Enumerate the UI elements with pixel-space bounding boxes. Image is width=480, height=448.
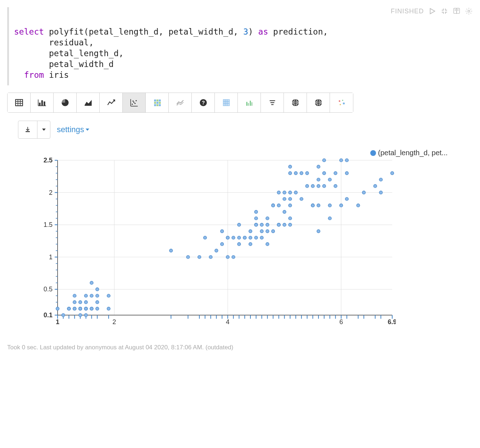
viz-globe2-icon[interactable] (307, 93, 330, 112)
svg-point-222 (277, 191, 280, 194)
svg-point-247 (317, 165, 320, 169)
svg-rect-34 (223, 100, 229, 106)
svg-point-165 (79, 307, 82, 310)
download-button[interactable] (18, 121, 37, 138)
svg-point-251 (328, 217, 331, 220)
run-icon[interactable] (428, 7, 436, 15)
svg-point-245 (317, 185, 320, 188)
chart-legend[interactable]: (petal_length_d, pet... (370, 149, 448, 157)
svg-point-178 (96, 301, 99, 304)
viz-text-icon[interactable] (261, 93, 284, 112)
svg-point-242 (311, 185, 314, 188)
viz-help-icon[interactable]: ? (192, 93, 215, 112)
svg-rect-39 (246, 102, 247, 106)
viz-bubble-icon[interactable] (330, 93, 353, 112)
svg-rect-31 (159, 104, 160, 106)
download-dropdown[interactable] (37, 121, 50, 138)
viz-line-icon[interactable] (100, 93, 123, 112)
svg-point-188 (215, 249, 218, 252)
book-icon[interactable] (453, 7, 461, 15)
svg-point-214 (266, 223, 269, 227)
svg-point-170 (84, 307, 87, 310)
svg-point-57 (340, 104, 341, 106)
viz-grid-icon[interactable] (215, 93, 238, 112)
svg-point-254 (334, 185, 337, 188)
svg-point-252 (328, 204, 331, 207)
svg-point-56 (343, 103, 345, 104)
svg-point-196 (237, 243, 241, 246)
svg-point-189 (221, 243, 224, 246)
svg-point-175 (90, 294, 93, 297)
svg-point-211 (260, 223, 263, 227)
scatter-chart: (petal_length_d, pet... 0.10.511.522.512… (29, 149, 473, 330)
svg-point-227 (289, 223, 292, 227)
svg-point-187 (209, 256, 212, 259)
svg-point-236 (300, 197, 303, 201)
svg-text:2.5: 2.5 (44, 157, 53, 164)
svg-point-181 (107, 307, 110, 310)
svg-point-262 (362, 191, 366, 194)
svg-text:1: 1 (56, 318, 59, 326)
svg-point-201 (249, 243, 252, 246)
svg-rect-58 (26, 131, 30, 133)
svg-point-167 (84, 314, 87, 317)
svg-point-166 (79, 301, 82, 304)
viz-area-icon[interactable] (77, 93, 100, 112)
svg-point-195 (232, 236, 235, 239)
svg-point-193 (226, 236, 229, 239)
svg-point-157 (67, 307, 71, 310)
svg-rect-25 (159, 100, 160, 102)
svg-rect-24 (156, 100, 158, 102)
svg-text:2: 2 (113, 318, 116, 326)
caret-down-icon (86, 129, 89, 131)
svg-text:?: ? (201, 100, 205, 106)
viz-globe-icon[interactable] (284, 93, 307, 112)
viz-scatter-icon[interactable] (123, 93, 146, 112)
viz-multiline-icon[interactable] (169, 93, 192, 112)
gear-icon[interactable] (465, 7, 473, 15)
svg-point-5 (468, 10, 470, 12)
svg-point-241 (311, 204, 314, 207)
svg-point-54 (339, 100, 340, 102)
svg-point-235 (294, 172, 298, 175)
viz-table-icon[interactable] (8, 93, 31, 112)
svg-point-198 (237, 223, 241, 227)
svg-rect-28 (159, 102, 160, 104)
legend-dot-icon (370, 150, 376, 156)
svg-text:6.9: 6.9 (388, 318, 396, 326)
svg-point-208 (254, 210, 258, 214)
svg-text:6: 6 (339, 318, 343, 326)
svg-point-220 (277, 223, 280, 227)
collapse-icon[interactable] (440, 7, 448, 15)
svg-point-212 (266, 243, 269, 246)
svg-point-182 (107, 294, 110, 297)
svg-point-239 (305, 172, 309, 175)
svg-point-230 (289, 197, 292, 201)
svg-point-246 (317, 178, 320, 182)
svg-point-255 (334, 172, 337, 175)
settings-row: settings (7, 121, 473, 139)
download-group (18, 121, 50, 139)
svg-rect-26 (154, 102, 156, 104)
svg-point-161 (73, 294, 76, 297)
svg-point-221 (277, 204, 280, 207)
svg-point-232 (289, 172, 292, 175)
viz-bar-icon[interactable] (31, 93, 54, 112)
svg-point-154 (56, 307, 59, 310)
svg-point-224 (283, 210, 286, 214)
code-editor[interactable]: select polyfit(petal_length_d, petal_wid… (14, 9, 473, 84)
viz-grouped-bar-icon[interactable] (238, 93, 261, 112)
svg-point-234 (294, 191, 298, 194)
cell-status: FINISHED (391, 8, 424, 15)
svg-rect-40 (248, 103, 249, 106)
viz-pie-icon[interactable] (54, 93, 77, 112)
settings-link[interactable]: settings (57, 125, 89, 134)
viz-heatmap-icon[interactable] (146, 93, 169, 112)
svg-point-190 (221, 230, 224, 233)
svg-point-177 (96, 307, 99, 310)
svg-text:1.5: 1.5 (44, 221, 53, 229)
svg-point-203 (249, 230, 252, 233)
svg-point-18 (131, 104, 132, 105)
svg-point-21 (135, 100, 136, 101)
svg-point-263 (373, 185, 377, 188)
